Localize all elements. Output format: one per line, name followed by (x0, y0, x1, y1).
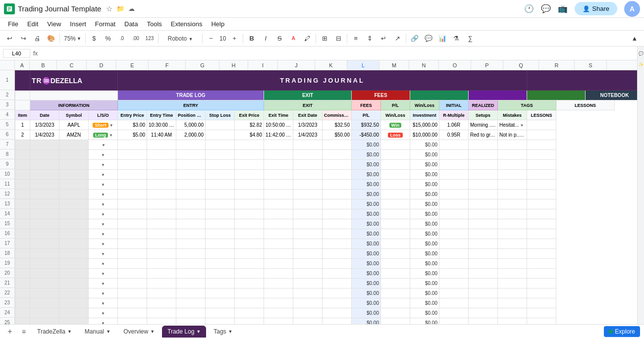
font-increase-button[interactable]: + (228, 32, 241, 45)
grid-scroll[interactable]: TR♒DEZELLA TRADING JOURNAL TRADE LOG EXI… (15, 70, 644, 324)
t1-item[interactable]: 1 (15, 120, 30, 130)
col-n[interactable]: N (409, 60, 439, 70)
t1-position-size[interactable]: 5,000.00 (176, 120, 206, 130)
t2-exit-price[interactable]: $4.80 (235, 130, 264, 140)
col-j[interactable]: J (278, 60, 315, 70)
t2-exit-time[interactable]: 11:42:00 AM (264, 130, 293, 140)
t2-date[interactable]: 1/4/2023 (30, 130, 59, 140)
t2-investment[interactable]: $10,000.00 (410, 130, 439, 140)
col-d[interactable]: D (87, 60, 116, 70)
menu-view[interactable]: View (43, 19, 65, 29)
chart-button[interactable]: 📊 (436, 32, 449, 45)
comment-button[interactable]: 💬 (422, 32, 435, 45)
t1-entry-time[interactable]: 10:30:00 AM (147, 120, 176, 130)
col-k[interactable]: K (315, 60, 347, 70)
cell-reference[interactable] (3, 49, 30, 58)
col-l[interactable]: L (347, 60, 379, 70)
col-i[interactable]: I (248, 60, 278, 70)
col-m[interactable]: M (379, 60, 409, 70)
t1-symbol[interactable]: AAPL (59, 120, 89, 130)
tab-overview[interactable]: Overview ▼ (118, 326, 160, 338)
history-icon[interactable]: 🕐 (524, 4, 534, 13)
col-b[interactable]: B (30, 60, 57, 70)
zoom-control[interactable]: 75% ▼ (62, 35, 83, 42)
t1-mistakes[interactable]: Hesitat...▼ (498, 120, 527, 130)
t2-lso[interactable]: Long▼ (89, 130, 118, 140)
col-h[interactable]: H (219, 60, 248, 70)
t2-mistakes[interactable]: Not in p...▼ (498, 130, 527, 140)
menu-edit[interactable]: Edit (23, 19, 42, 29)
tab-tradezella[interactable]: TradeZella ▼ (32, 326, 77, 338)
t1-date[interactable]: 1/3/2023 (30, 120, 59, 130)
col-f[interactable]: F (149, 60, 186, 70)
print-button[interactable]: 🖨 (31, 32, 44, 45)
menu-help[interactable]: Help (207, 19, 228, 29)
menu-insert[interactable]: Insert (66, 19, 90, 29)
undo-button[interactable]: ↩ (3, 32, 16, 45)
paint-format-button[interactable]: 🎨 (45, 32, 57, 45)
sidebar-ai-icon[interactable]: ✨ (638, 59, 644, 69)
decimal-more-button[interactable]: .00 (129, 32, 142, 45)
explore-button[interactable]: Explore (604, 326, 640, 337)
star-icon[interactable]: ☆ (106, 4, 112, 13)
t1-exit-time[interactable]: 10:50:00 AM (264, 120, 293, 130)
wrap-button[interactable]: ↵ (377, 32, 390, 45)
menu-tools[interactable]: Tools (143, 19, 165, 29)
screen-icon[interactable]: 📺 (558, 4, 568, 13)
menu-data[interactable]: Data (120, 19, 142, 29)
percent-button[interactable]: % (102, 32, 114, 45)
t2-symbol[interactable]: AMZN (59, 130, 89, 140)
menu-file[interactable]: File (4, 19, 22, 29)
t1-commission[interactable]: $32.50 (322, 120, 352, 130)
valign-button[interactable]: ⇕ (363, 32, 376, 45)
share-button[interactable]: 👤 Share (575, 2, 617, 15)
borders-button[interactable]: ⊞ (318, 32, 331, 45)
t2-stop-loss[interactable] (206, 130, 235, 140)
sidebar-comments-icon[interactable]: 💬 (638, 48, 644, 58)
t2-pnl[interactable]: -$450.00 (352, 130, 381, 140)
collapse-button[interactable]: ▲ (628, 32, 641, 45)
t2-lessons[interactable] (527, 130, 556, 140)
menu-format[interactable]: Format (91, 19, 119, 29)
col-e[interactable]: E (116, 60, 149, 70)
col-g[interactable]: G (186, 60, 219, 70)
t1-stop-loss[interactable] (206, 120, 235, 130)
col-q[interactable]: Q (503, 60, 539, 70)
t2-winloss[interactable]: Loss (381, 130, 410, 140)
menu-extensions[interactable]: Extensions (167, 19, 207, 29)
tab-tags[interactable]: Tags ▼ (208, 326, 238, 338)
decimal-less-button[interactable]: .0 (115, 32, 128, 45)
t1-exit-date[interactable]: 1/3/2023 (293, 120, 322, 130)
t1-exit-price[interactable]: $2.82 (235, 120, 264, 130)
font-decrease-button[interactable]: − (205, 32, 217, 45)
col-s[interactable]: S (575, 60, 607, 70)
t1-entry-price[interactable]: $3.00 (118, 120, 147, 130)
col-o[interactable]: O (439, 60, 471, 70)
t1-lso[interactable]: Short▼ (89, 120, 118, 130)
redo-button[interactable]: ↪ (17, 32, 30, 45)
font-selector[interactable]: Roboto ▼ (161, 35, 200, 42)
comment-icon[interactable]: 💬 (541, 4, 551, 13)
cloud-icon[interactable]: ☁ (128, 5, 135, 12)
align-button[interactable]: ≡ (349, 32, 362, 45)
currency-button[interactable]: $ (88, 32, 101, 45)
t1-winloss[interactable]: Win (381, 120, 410, 130)
col-a[interactable]: A (15, 60, 30, 70)
text-color-button[interactable]: A (287, 32, 300, 45)
tab-manual[interactable]: Manual ▼ (79, 326, 116, 338)
t1-lessons[interactable] (527, 120, 556, 130)
t2-exit-date[interactable]: 1/4/2023 (293, 130, 322, 140)
cell-a1[interactable] (15, 71, 30, 91)
t1-r-multiple[interactable]: 1.06R (439, 120, 469, 130)
t1-pnl[interactable]: $932.50 (352, 120, 381, 130)
t2-item[interactable]: 2 (15, 130, 30, 140)
merge-button[interactable]: ⊟ (332, 32, 345, 45)
t1-investment[interactable]: $15,000.00 (410, 120, 439, 130)
sheet-menu-button[interactable]: ≡ (18, 326, 30, 338)
col-p[interactable]: P (471, 60, 503, 70)
sigma-button[interactable]: ∑ (464, 32, 477, 45)
folder-icon[interactable]: 📁 (116, 5, 124, 12)
col-r[interactable]: R (539, 60, 575, 70)
t2-position-size[interactable]: 2,000.00 (176, 130, 206, 140)
strikethrough-button[interactable]: S (273, 32, 286, 45)
